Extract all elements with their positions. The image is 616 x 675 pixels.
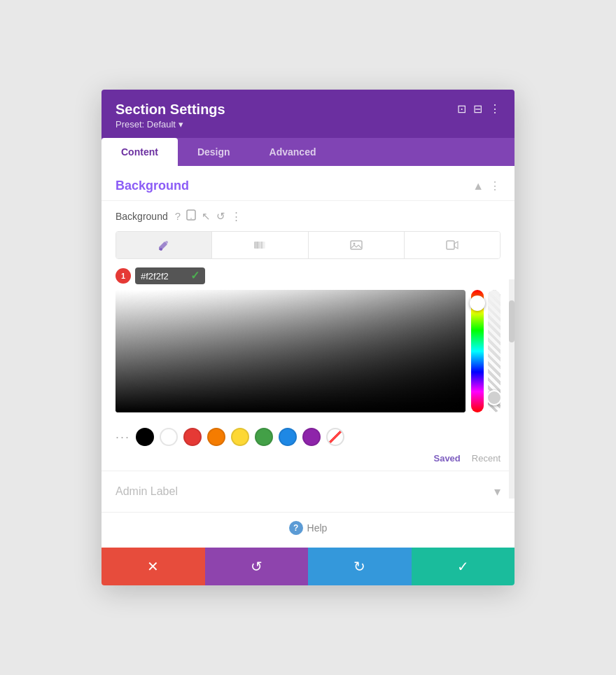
sliders-column [471,290,500,412]
swatch-more-icon[interactable]: ··· [115,430,130,445]
preset-selector[interactable]: Preset: Default [115,119,225,130]
tab-advanced[interactable]: Advanced [250,138,336,166]
reset-button[interactable]: ↺ [205,548,309,585]
bg-type-gradient[interactable] [212,232,308,258]
svg-rect-6 [351,241,362,249]
mobile-icon[interactable] [186,209,196,223]
section-collapse-icon[interactable]: ▲ [472,180,484,193]
svg-point-1 [190,218,192,219]
alpha-thumb[interactable] [488,390,500,405]
bg-type-color[interactable] [116,232,212,258]
cursor-icon[interactable]: ↖ [202,210,211,223]
background-type-tabs [115,231,500,259]
alpha-slider-wrap [488,290,500,412]
background-section-header: Background ▲ ⋮ [102,166,514,201]
help-label: Help [307,522,328,534]
swatch-yellow[interactable] [231,428,249,446]
cancel-button[interactable]: ✕ [102,548,205,585]
swatch-red[interactable] [183,428,202,446]
alpha-slider[interactable] [488,290,500,412]
hex-confirm-button[interactable]: ✓ [190,270,200,281]
swatch-purple[interactable] [302,428,321,446]
admin-label-section[interactable]: Admin Label ▾ [102,471,514,512]
preset-chevron-icon [178,119,183,130]
saved-recent-tabs: Saved Recent [102,450,514,471]
svg-rect-3 [254,242,265,249]
help-question-icon[interactable]: ? [175,210,181,222]
color-spectrum-inner [115,290,465,412]
hue-slider[interactable] [471,290,484,412]
bg-type-video[interactable] [405,232,500,258]
scrollbar-track [509,279,514,499]
background-section-title: Background [115,179,189,193]
modal-footer: ✕ ↺ ↻ ✓ [102,548,514,585]
swatch-white[interactable] [160,428,178,446]
tab-content[interactable]: Content [102,138,178,166]
hex-input-wrap: ✓ [135,267,205,284]
modal-header: Section Settings Preset: Default ⊡ ⊟ ⋮ [102,90,514,138]
color-badge: 1 [115,268,131,284]
field-more-icon[interactable]: ⋮ [231,210,241,223]
svg-point-7 [353,243,355,245]
gradient-area [115,290,500,412]
modal-header-right: ⊡ ⊟ ⋮ [457,101,500,116]
help-row[interactable]: ? Help [102,513,514,548]
hue-slider-wrap [471,290,484,412]
section-settings-modal: Section Settings Preset: Default ⊡ ⊟ ⋮ C… [102,90,514,585]
swatch-transparent[interactable] [326,428,344,446]
svg-rect-8 [447,241,454,249]
modal-header-left: Section Settings Preset: Default [115,101,225,130]
admin-label-expand-icon: ▾ [494,484,500,499]
scrollbar-thumb[interactable] [509,300,514,342]
save-button[interactable]: ✓ [412,548,515,585]
section-header-controls: ▲ ⋮ [472,179,500,193]
modal-title: Section Settings [115,101,225,118]
more-options-icon[interactable]: ⋮ [489,102,500,116]
background-controls: Background ? ↖ ↺ ⋮ [102,201,514,228]
admin-label-text: Admin Label [115,485,178,498]
color-picker: 1 ✓ [115,267,500,412]
hue-thumb[interactable] [470,295,485,311]
background-icon-group: ? ↖ ↺ ⋮ [175,209,241,223]
tab-bar: Content Design Advanced [102,138,514,166]
responsive-icon[interactable]: ⊡ [457,102,466,116]
color-spectrum[interactable] [115,290,465,412]
background-label: Background [115,211,168,222]
hex-input[interactable] [141,271,186,281]
layout-icon[interactable]: ⊟ [473,102,482,116]
modal-body: Background ▲ ⋮ Background ? ↖ ↺ ⋮ [102,166,514,548]
swatches-row: ··· [102,421,514,450]
recent-tab[interactable]: Recent [472,453,500,464]
tab-design[interactable]: Design [178,138,250,166]
swatch-green[interactable] [255,428,273,446]
saved-tab[interactable]: Saved [433,453,460,464]
help-icon: ? [289,521,303,535]
bg-type-image[interactable] [309,232,405,258]
redo-button[interactable]: ↻ [308,548,412,585]
color-hex-row: 1 ✓ [115,267,500,284]
swatch-orange[interactable] [207,428,225,446]
swatch-blue[interactable] [279,428,297,446]
swatch-black[interactable] [136,428,154,446]
section-more-icon[interactable]: ⋮ [489,179,500,193]
svg-point-2 [165,241,168,244]
reset-field-icon[interactable]: ↺ [216,210,225,223]
